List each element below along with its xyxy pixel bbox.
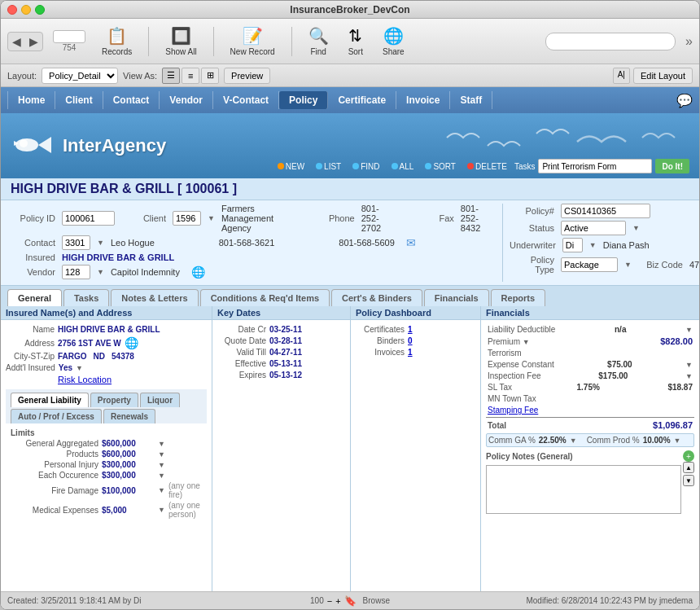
status-dropdown-icon[interactable]: ▼ [632,224,640,232]
premium-dropdown[interactable]: ▼ [523,338,530,346]
limit-dropdown[interactable]: ▼ [158,461,165,469]
list-view-button[interactable]: ≡ [182,68,199,84]
sub-tab-renewals[interactable]: Renewals [103,409,155,423]
insured-address-label: Address [6,339,55,348]
vendor-id-input[interactable] [62,265,90,279]
terrorism-label: Terrorism [488,349,522,358]
do-it-button[interactable]: Do It! [655,159,689,173]
inspection-fee-dropdown[interactable]: ▼ [685,372,693,380]
policy-id-input[interactable] [62,211,115,226]
delete-action-button[interactable]: DELETE [463,160,511,173]
back-button[interactable]: ◀ [8,33,25,50]
preview-button[interactable]: Preview [224,68,270,84]
vendor-dropdown-icon[interactable]: ▼ [97,268,104,276]
expand-icon[interactable]: » [685,34,693,49]
tab-financials[interactable]: Financials [424,289,489,306]
all-action-button[interactable]: ALL [387,160,418,173]
forward-button[interactable]: ▶ [25,33,42,50]
nav-staff[interactable]: Staff [450,91,492,109]
new-record-button[interactable]: 📝 New Record [224,24,282,59]
limit-dropdown[interactable]: ▼ [158,450,165,459]
client-dropdown-icon[interactable]: ▼ [208,214,215,222]
notes-scroll-up[interactable]: ▲ [683,462,694,473]
tab-tasks[interactable]: Tasks [63,289,109,306]
notes-scroll-down[interactable]: ▼ [683,475,694,486]
list-action-button[interactable]: LIST [312,160,345,173]
comm-prod-dropdown[interactable]: ▼ [674,437,681,445]
nav-policy[interactable]: Policy [279,91,328,109]
nav-chat-icon[interactable]: 💬 [676,93,693,108]
find-button[interactable]: 🔍 Find [302,24,335,59]
tab-notes[interactable]: Notes & Letters [111,289,198,306]
tab-general[interactable]: General [7,289,62,306]
at-button[interactable]: A| [613,68,630,84]
maximize-button[interactable] [35,5,45,15]
form-view-button[interactable]: ☰ [162,68,180,84]
nav-certificate[interactable]: Certificate [328,91,396,109]
underwriter-label: Underwriter [510,240,556,250]
sub-tab-property[interactable]: Property [90,393,138,407]
limit-row: Each Occurence $300,000 ▼ [9,471,203,480]
nav-home[interactable]: Home [7,91,55,109]
limit-dropdown[interactable]: ▼ [158,472,165,480]
record-number-input[interactable]: 48 [53,30,85,43]
limit-dropdown[interactable]: ▼ [158,440,165,448]
share-button[interactable]: 🌐 Share [376,24,411,59]
layout-select[interactable]: Policy_Detail [42,68,118,84]
addl-insured-dropdown[interactable]: ▼ [76,364,83,372]
risk-location-link[interactable]: Risk Location [58,375,112,384]
status-input[interactable] [561,221,626,235]
limit-dropdown[interactable]: ▼ [158,506,165,514]
underwriter-code-input[interactable] [562,238,583,252]
sub-tab-auto[interactable]: Auto / Prof / Excess [11,409,102,423]
sub-tab-liquor[interactable]: Liquor [140,393,180,407]
zoom-plus-button[interactable]: + [335,596,340,606]
nav-buttons: ◀ ▶ [7,32,43,51]
zoom-minus-button[interactable]: − [327,596,332,606]
nav-contact[interactable]: Contact [103,91,160,109]
nav-vcontact[interactable]: V-Contact [213,91,279,109]
minimize-button[interactable] [21,5,31,15]
binders-value[interactable]: 0 [408,336,413,345]
limit-dropdown[interactable]: ▼ [158,486,165,494]
sub-tab-gl[interactable]: General Liability [11,393,89,407]
vendor-web-icon[interactable]: 🌐 [191,266,205,279]
delete-dot [467,163,474,169]
table-view-button[interactable]: ⊞ [201,68,219,84]
add-note-button[interactable]: + [683,450,694,462]
policy-type-input[interactable] [561,257,618,272]
nav-invoice[interactable]: Invoice [396,91,450,109]
new-action-button[interactable]: NEW [273,160,308,173]
stamping-fee-label[interactable]: Stamping Fee [488,406,538,415]
edit-layout-button[interactable]: Edit Layout [633,68,693,84]
policy-type-dropdown-icon[interactable]: ▼ [624,261,632,269]
contact-dropdown-icon[interactable]: ▼ [97,239,104,247]
find-action-button[interactable]: FIND [348,160,383,173]
nav-client[interactable]: Client [55,91,103,109]
nav-vendor[interactable]: Vendor [160,91,213,109]
show-all-button[interactable]: 🔲 Show All [159,24,203,59]
tasks-input[interactable] [538,159,652,173]
comm-ga-dropdown[interactable]: ▼ [570,437,577,445]
expense-const-dropdown[interactable]: ▼ [685,361,693,369]
keydates-section-header: Key Dates [212,306,351,319]
contact-id-input[interactable] [62,235,90,250]
records-button[interactable]: 📋 Records [95,24,138,59]
underwriter-dropdown-icon[interactable]: ▼ [589,241,597,249]
tab-conditions[interactable]: Conditions & Req'd Items [200,289,330,306]
close-button[interactable] [7,5,17,15]
policy-hash-input[interactable] [561,204,650,218]
email-icon[interactable]: ✉ [406,236,416,249]
liab-ded-dropdown[interactable]: ▼ [685,326,693,334]
invoices-value[interactable]: 1 [408,348,413,357]
address-globe-icon[interactable]: 🌐 [125,336,138,349]
tab-certs[interactable]: Cert's & Binders [331,289,422,306]
search-input[interactable] [545,33,676,50]
sort-action-button[interactable]: SORT [421,160,460,173]
sort-button[interactable]: ⇅ Sort [342,24,370,59]
certificates-value[interactable]: 1 [408,325,413,334]
policy-notes-textarea[interactable] [486,465,681,514]
client-id-input[interactable] [173,211,201,226]
share-icon: 🌐 [383,26,404,46]
tab-reports[interactable]: Reports [491,289,546,306]
